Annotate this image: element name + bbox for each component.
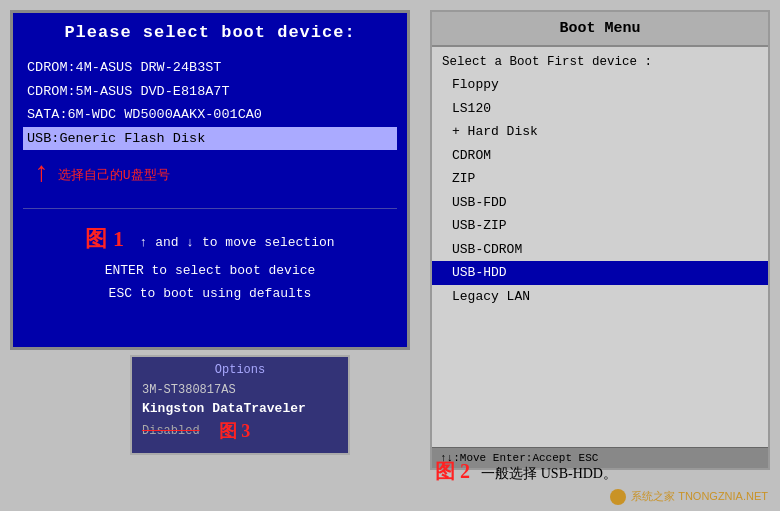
- boot-item-zip[interactable]: ZIP: [432, 167, 768, 191]
- fig3-label: 图 3: [219, 419, 251, 443]
- fig2-number: 图 2: [435, 460, 470, 482]
- boot-menu-subtitle: Select a Boot First device :: [432, 47, 768, 73]
- boot-item-usbfdd[interactable]: USB-FDD: [432, 191, 768, 215]
- instruction-line-1: ENTER to select boot device: [23, 259, 397, 282]
- bios-item-3-selected[interactable]: USB:Generic Flash Disk: [23, 127, 397, 151]
- arrow-container: ↑ 选择自己的U盘型号: [23, 160, 397, 188]
- boot-menu-title: Boot Menu: [432, 12, 768, 47]
- watermark-icon: [610, 489, 626, 505]
- boot-item-legacylan[interactable]: Legacy LAN: [432, 285, 768, 309]
- bios-instructions: 图 1 ↑ and ↓ to move selection ENTER to s…: [23, 208, 397, 305]
- options-box: Options 3M-ST380817AS Kingston DataTrave…: [130, 355, 350, 455]
- fig2-text: 一般选择 USB-HDD。: [481, 466, 617, 481]
- bios-right-panel: Boot Menu Select a Boot First device : F…: [430, 10, 770, 470]
- boot-item-usbhdd[interactable]: USB-HDD: [432, 261, 768, 285]
- options-item1: 3M-ST380817AS: [142, 381, 338, 399]
- instruction-line-2: ESC to boot using defaults: [23, 282, 397, 305]
- options-item2: Kingston DataTraveler: [142, 399, 338, 419]
- boot-item-ls120[interactable]: LS120: [432, 97, 768, 121]
- bios-left-panel: Please select boot device: CDROM:4M-ASUS…: [10, 10, 410, 350]
- bios-item-2[interactable]: SATA:6M-WDC WD5000AAKX-001CA0: [23, 103, 397, 127]
- bios-item-0[interactable]: CDROM:4M-ASUS DRW-24B3ST: [23, 56, 397, 80]
- fig2-caption: 图 2 一般选择 USB-HDD。: [435, 458, 617, 485]
- boot-item-usbzip[interactable]: USB-ZIP: [432, 214, 768, 238]
- instruction-text-0: ↑ and ↓ to move selection: [140, 235, 335, 250]
- boot-item-cdrom[interactable]: CDROM: [432, 144, 768, 168]
- boot-item-usbcdrom[interactable]: USB-CDROM: [432, 238, 768, 262]
- boot-item-floppy[interactable]: Floppy: [432, 73, 768, 97]
- watermark: 系统之家 TNONGZNIA.NET: [610, 489, 768, 505]
- options-item3: Disabled: [142, 422, 200, 440]
- bios-item-1[interactable]: CDROM:5M-ASUS DVD-E818A7T: [23, 80, 397, 104]
- bios-title: Please select boot device:: [23, 23, 397, 42]
- options-title: Options: [142, 363, 338, 377]
- watermark-text: 系统之家 TNONGZNIA.NET: [631, 490, 768, 502]
- arrow-label: 选择自己的U盘型号: [58, 166, 170, 184]
- instruction-line-0: 图 1 ↑ and ↓ to move selection: [23, 219, 397, 259]
- up-arrow-icon: ↑: [33, 160, 50, 188]
- boot-item-harddisk[interactable]: Hard Disk: [432, 120, 768, 144]
- fig1-label: 图 1: [85, 226, 124, 251]
